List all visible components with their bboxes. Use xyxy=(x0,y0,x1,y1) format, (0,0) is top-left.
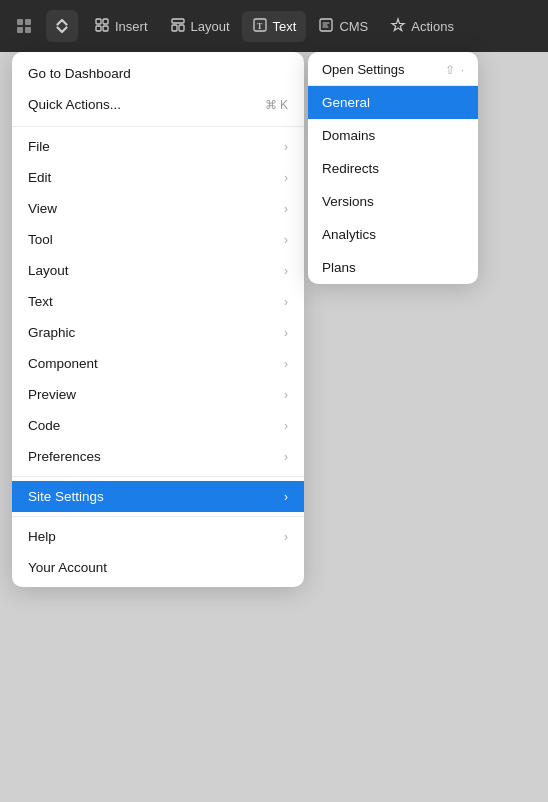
menu-divider-2 xyxy=(12,516,304,517)
insert-icon xyxy=(94,17,110,36)
svg-text:T: T xyxy=(257,22,263,31)
svg-rect-6 xyxy=(96,26,101,31)
main-menu: Go to Dashboard Quick Actions... ⌘ K Fil… xyxy=(12,52,304,587)
svg-rect-0 xyxy=(17,19,23,25)
code-item[interactable]: Code › xyxy=(12,410,304,441)
tool-item[interactable]: Tool › xyxy=(12,224,304,255)
actions-label: Actions xyxy=(411,19,454,34)
sub-header-icons: ⇧ · xyxy=(445,63,464,77)
layout-label: Layout xyxy=(191,19,230,34)
insert-button[interactable]: Insert xyxy=(84,11,158,42)
view-item[interactable]: View › xyxy=(12,193,304,224)
svg-rect-5 xyxy=(103,19,108,24)
edit-item[interactable]: Edit › xyxy=(12,162,304,193)
graphic-item[interactable]: Graphic › xyxy=(12,317,304,348)
menu-section: File › Edit › View › Tool › Layout › Tex… xyxy=(12,127,304,587)
shift-icon: ⇧ xyxy=(445,63,455,77)
logo-button[interactable] xyxy=(8,10,40,42)
go-to-dashboard-item[interactable]: Go to Dashboard xyxy=(12,58,304,89)
domains-item[interactable]: Domains xyxy=(308,119,478,152)
layout-button[interactable]: Layout xyxy=(160,11,240,42)
plans-item[interactable]: Plans xyxy=(308,251,478,284)
insert-label: Insert xyxy=(115,19,148,34)
site-settings-item[interactable]: Site Settings › xyxy=(12,481,304,512)
dot-separator: · xyxy=(461,63,464,77)
svg-rect-10 xyxy=(179,25,184,31)
svg-rect-2 xyxy=(17,27,23,33)
actions-button[interactable]: Actions xyxy=(380,11,464,42)
analytics-item[interactable]: Analytics xyxy=(308,218,478,251)
redirects-item[interactable]: Redirects xyxy=(308,152,478,185)
svg-rect-8 xyxy=(172,19,184,23)
svg-rect-1 xyxy=(25,19,31,25)
cms-icon xyxy=(318,17,334,36)
actions-icon xyxy=(390,17,406,36)
cms-label: CMS xyxy=(339,19,368,34)
preferences-item[interactable]: Preferences › xyxy=(12,441,304,472)
text-icon: T xyxy=(252,17,268,36)
expand-button[interactable] xyxy=(46,10,78,42)
versions-item[interactable]: Versions xyxy=(308,185,478,218)
text-button[interactable]: T Text xyxy=(242,11,307,42)
svg-rect-9 xyxy=(172,25,177,31)
open-settings-label: Open Settings xyxy=(322,62,404,77)
layout-icon xyxy=(170,17,186,36)
text-label: Text xyxy=(273,19,297,34)
cms-button[interactable]: CMS xyxy=(308,11,378,42)
component-item[interactable]: Component › xyxy=(12,348,304,379)
svg-rect-3 xyxy=(25,27,31,33)
svg-rect-7 xyxy=(103,26,108,31)
menu-divider-1 xyxy=(12,476,304,477)
sub-menu-header: Open Settings ⇧ · xyxy=(308,52,478,86)
layout-item[interactable]: Layout › xyxy=(12,255,304,286)
menu-top-section: Go to Dashboard Quick Actions... ⌘ K xyxy=(12,52,304,127)
toolbar: Insert Layout T Text CMS xyxy=(0,0,548,52)
help-item[interactable]: Help › xyxy=(12,521,304,552)
general-item[interactable]: General xyxy=(308,86,478,119)
text-menu-item[interactable]: Text › xyxy=(12,286,304,317)
quick-actions-item[interactable]: Quick Actions... ⌘ K xyxy=(12,89,304,120)
site-settings-submenu: Open Settings ⇧ · General Domains Redire… xyxy=(308,52,478,284)
preview-item[interactable]: Preview › xyxy=(12,379,304,410)
your-account-item[interactable]: Your Account xyxy=(12,552,304,583)
svg-rect-4 xyxy=(96,19,101,24)
file-item[interactable]: File › xyxy=(12,131,304,162)
